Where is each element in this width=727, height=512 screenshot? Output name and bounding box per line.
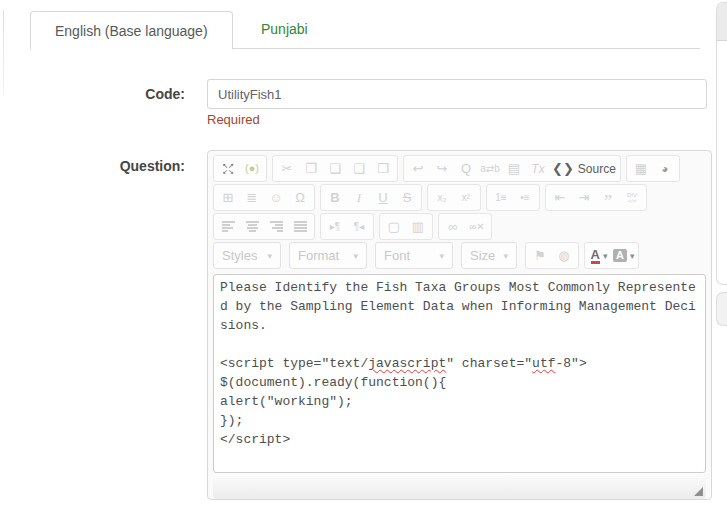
font-combo-label: Font <box>384 248 410 263</box>
paste-from-word-button[interactable]: ❒ <box>371 157 395 180</box>
toolbar-group: BIUS <box>320 184 422 211</box>
toolbar-row: ⊞≣☺ΩBIUSx₂x²1≡•≡⇤⇥”DIV </> <box>213 184 706 211</box>
select-all-button[interactable]: ▤ <box>502 157 526 180</box>
strikethrough-button[interactable]: S <box>395 186 419 209</box>
paste-plain-text-button[interactable]: ❑ <box>347 157 371 180</box>
toolbar-group: ▢▥ <box>379 213 433 240</box>
redo-button[interactable]: ↪ <box>430 157 454 180</box>
toolbar-group: ↩↪Qa⇄b▤Tx❮❯Source <box>403 155 621 182</box>
editor-toolbar: ↖↗ ↙↘(●)✂❐❏❑❒↩↪Qa⇄b▤Tx❮❯Source▦◕⊞≣☺ΩBIUS… <box>213 155 706 271</box>
align-center-icon <box>246 221 259 232</box>
text-color-icon: A <box>591 248 600 264</box>
superscript-button[interactable]: x² <box>454 186 478 209</box>
special-character-button[interactable]: Ω <box>288 186 312 209</box>
undo-button[interactable]: ↩ <box>406 157 430 180</box>
align-justify-button[interactable] <box>288 215 312 238</box>
size-combo[interactable]: Size▾ <box>461 242 517 269</box>
cut-icon: ✂ <box>282 162 293 175</box>
toolbar-row: ↖↗ ↙↘(●)✂❐❏❑❒↩↪Qa⇄b▤Tx❮❯Source▦◕ <box>213 155 706 182</box>
align-justify-icon <box>294 221 307 232</box>
increase-indent-button[interactable]: ⇥ <box>572 186 596 209</box>
underline-button[interactable]: U <box>371 186 395 209</box>
cropped-left-panel-edge <box>3 10 4 96</box>
italic-button[interactable]: I <box>347 186 371 209</box>
find-button[interactable]: Q <box>454 157 478 180</box>
align-right-icon <box>270 221 283 232</box>
spell-check-globe-button[interactable]: ◍ <box>552 244 576 267</box>
remove-format-button[interactable]: Tx <box>526 157 550 180</box>
maximize-button[interactable]: ↖↗ ↙↘ <box>216 157 240 180</box>
editor-text-line: $(document).ready(function(){ <box>220 373 699 392</box>
replace-button[interactable]: a⇄b <box>478 157 502 180</box>
rich-text-editor: ↖↗ ↙↘(●)✂❐❏❑❒↩↪Qa⇄b▤Tx❮❯Source▦◕⊞≣☺ΩBIUS… <box>207 150 712 500</box>
chevron-down-icon: ▾ <box>353 251 358 261</box>
smiley-icon: ☺ <box>269 191 282 204</box>
div-button[interactable]: DIV </> <box>620 186 644 209</box>
copy-button[interactable]: ❐ <box>299 157 323 180</box>
replace-icon: a⇄b <box>480 164 500 174</box>
blockquote-button[interactable]: ” <box>596 186 620 209</box>
language-flag-button[interactable]: ⚑ <box>528 244 552 267</box>
special-character-icon: Ω <box>295 191 305 204</box>
templates-button[interactable]: ▥ <box>406 215 430 238</box>
flash-button[interactable]: ◕ <box>653 157 677 180</box>
decrease-indent-button[interactable]: ⇤ <box>548 186 572 209</box>
toolbar-group: ✂❐❏❑❒ <box>272 155 398 182</box>
align-center-button[interactable] <box>240 215 264 238</box>
editor-text-line: d by the Sampling Element Data when Info… <box>220 297 699 316</box>
unlink-icon: ∞✕ <box>469 222 485 232</box>
format-combo[interactable]: Format▾ <box>289 242 367 269</box>
table-icon: ⊞ <box>223 191 234 204</box>
code-input[interactable] <box>207 79 707 109</box>
resize-grip-icon[interactable] <box>694 487 703 496</box>
div-container-button[interactable]: ▢ <box>382 215 406 238</box>
tab-punjabi[interactable]: Punjabi <box>237 10 332 49</box>
background-color-button[interactable]: A▾ <box>611 244 636 267</box>
div-icon: DIV </> <box>627 192 637 204</box>
paste-plain-text-icon: ❑ <box>353 162 365 175</box>
cut-button[interactable]: ✂ <box>275 157 299 180</box>
toolbar-group: Styles▾ <box>213 242 289 269</box>
required-note: Required <box>207 112 260 127</box>
cropped-right-panel <box>716 2 727 285</box>
code-snippet-button[interactable]: (●) <box>240 157 264 180</box>
editor-content[interactable]: Please Identify the Fish Taxa Groups Mos… <box>213 274 706 473</box>
horizontal-rule-icon: ≣ <box>247 191 258 204</box>
increase-indent-icon: ⇥ <box>579 191 590 204</box>
underline-icon: U <box>378 191 387 204</box>
table-button[interactable]: ⊞ <box>216 186 240 209</box>
numbered-list-button[interactable]: 1≡ <box>489 186 513 209</box>
div-container-icon: ▢ <box>388 220 400 233</box>
text-direction-ltr-icon: ▸¶ <box>330 222 340 232</box>
toolbar-group: ⚑◍ <box>525 242 579 269</box>
tab-english-base-language[interactable]: English (Base language) <box>30 11 233 50</box>
editor-text-line <box>220 335 699 354</box>
unlink-button[interactable]: ∞✕ <box>465 215 489 238</box>
horizontal-rule-button[interactable]: ≣ <box>240 186 264 209</box>
styles-combo[interactable]: Styles▾ <box>213 242 281 269</box>
toolbar-group: ↖↗ ↙↘(●) <box>213 155 267 182</box>
subscript-button[interactable]: x₂ <box>430 186 454 209</box>
toolbar-group: Size▾ <box>461 242 525 269</box>
editor-text-line: }); <box>220 411 699 430</box>
bold-icon: B <box>330 191 339 204</box>
align-left-icon <box>222 221 235 232</box>
paste-button[interactable]: ❏ <box>323 157 347 180</box>
text-direction-rtl-button[interactable]: ¶◂ <box>347 215 371 238</box>
text-color-button[interactable]: A▾ <box>587 244 611 267</box>
text-direction-ltr-button[interactable]: ▸¶ <box>323 215 347 238</box>
bulleted-list-button[interactable]: •≡ <box>513 186 537 209</box>
code-label: Code: <box>0 86 185 102</box>
question-label: Question: <box>0 158 185 174</box>
bold-button[interactable]: B <box>323 186 347 209</box>
align-left-button[interactable] <box>216 215 240 238</box>
language-tabbar: English (Base language) Punjabi <box>30 10 700 49</box>
align-right-button[interactable] <box>264 215 288 238</box>
scrollbar-thumb[interactable] <box>717 3 727 41</box>
source-button[interactable]: ❮❯Source <box>550 157 618 180</box>
link-button[interactable]: ∞ <box>441 215 465 238</box>
smiley-button[interactable]: ☺ <box>264 186 288 209</box>
toolbar-row: ▸¶¶◂▢▥∞∞✕ <box>213 213 706 240</box>
font-combo[interactable]: Font▾ <box>375 242 453 269</box>
image-button[interactable]: ▦ <box>629 157 653 180</box>
